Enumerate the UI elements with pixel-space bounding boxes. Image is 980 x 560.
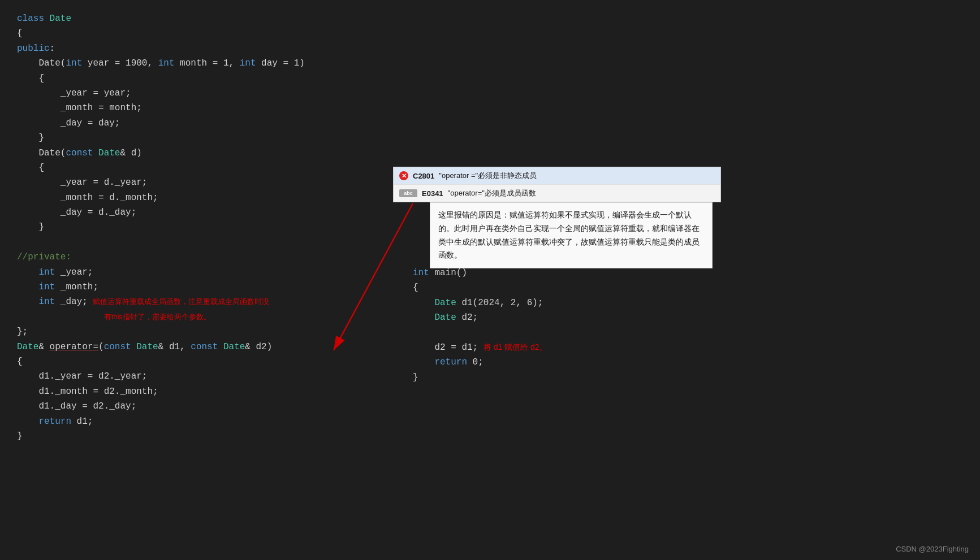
right-line-8: } [413,370,547,385]
right-line-7: return 0; [413,355,547,370]
code-line-9: } [17,131,963,145]
error-row-e0341: abc E0341 "operator="必须是成员函数 [394,185,720,202]
code-line-3: public: [17,41,963,56]
right-line-2: { [413,280,547,295]
error-icon-red: ✕ [399,171,408,180]
right-line-5 [413,325,547,340]
annotation-text: 这里报错的原因是：赋值运算符如果不显式实现，编译器会生成一个默认的。此时用户再在… [438,210,700,259]
right-line-3: Date d1(2024, 2, 6); [413,296,547,310]
error-msg-c2801: "operator ="必须是非静态成员 [439,171,537,181]
right-line-4: Date d2; [413,310,547,325]
error-msg-e0341: "operator="必须是成员函数 [448,188,536,198]
code-line-28: } [17,429,963,444]
annotation-box: 这里报错的原因是：赋值运算符如果不显式实现，编译器会生成一个默认的。此时用户再在… [430,202,713,268]
footer-text: CSDN @2023Fighting [896,545,969,553]
right-code-block: int main() { Date d1(2024, 2, 6); Date d… [413,266,547,385]
error-row-c2801: ✕ C2801 "operator ="必须是非静态成员 [394,167,720,185]
footer: CSDN @2023Fighting [896,545,969,553]
code-line-10: Date(const Date& d) [17,146,963,160]
code-line-27: return d1; [17,414,963,429]
code-line-7: _month = month; [17,101,963,115]
code-line-8: _day = day; [17,116,963,131]
code-line-2: { [17,26,963,41]
error-popup: ✕ C2801 "operator ="必须是非静态成员 abc E0341 "… [393,167,721,202]
error-code-c2801: C2801 [413,172,434,180]
right-line-6: d2 = d1; 将 d1 赋值给 d2。 [413,340,547,355]
code-line-26: d1._day = d2._day; [17,399,963,414]
code-line-1: class Date [17,11,963,26]
code-line-4: Date(int year = 1900, int month = 1, int… [17,56,963,71]
error-icon-abc: abc [399,189,417,197]
code-line-6: _year = year; [17,86,963,101]
code-line-5: { [17,71,963,86]
error-code-e0341: E0341 [422,189,443,198]
code-line-25: d1._month = d2._month; [17,384,963,399]
